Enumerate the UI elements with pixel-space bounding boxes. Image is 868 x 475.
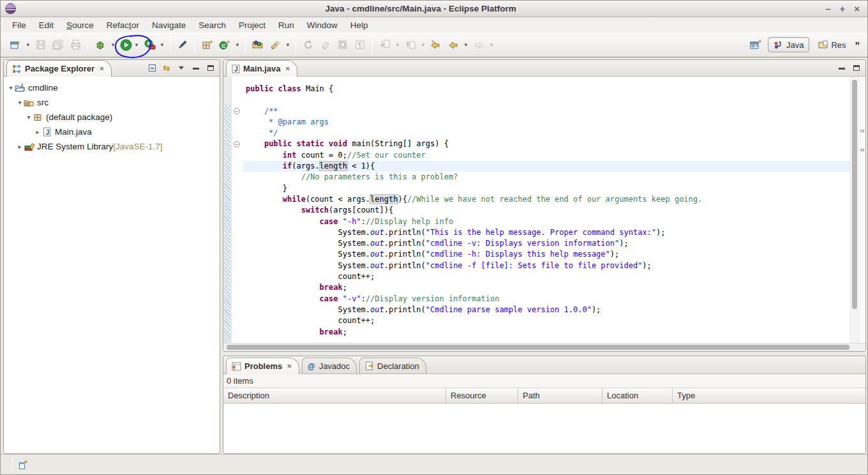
minimize-view-button[interactable]: [191, 64, 200, 73]
occurrence-marker[interactable]: [860, 149, 864, 151]
tree-item-cmdline[interactable]: ▾Jcmdline: [4, 80, 220, 95]
run-button[interactable]: [118, 37, 133, 52]
column-header-type[interactable]: Type: [673, 388, 865, 403]
code-line[interactable]: break;: [243, 282, 850, 293]
print-button[interactable]: [68, 37, 83, 52]
search-dropdown[interactable]: ▼: [285, 42, 291, 48]
back-button[interactable]: [445, 37, 461, 52]
save-button[interactable]: [33, 37, 49, 52]
code-line[interactable]: int count = 0;//Set our counter: [243, 150, 850, 161]
code-line[interactable]: //No parameters is this a problem?: [243, 172, 850, 183]
fold-collapse-icon[interactable]: –: [234, 141, 240, 147]
save-all-button[interactable]: [50, 37, 66, 52]
menu-project[interactable]: Project: [232, 19, 272, 32]
menu-run[interactable]: Run: [272, 19, 301, 32]
perspective-java-button[interactable]: J Java: [768, 37, 809, 52]
tree-item-main-java[interactable]: ▸JMain.java: [4, 124, 220, 139]
annotation-ruler[interactable]: [223, 77, 232, 343]
menu-window[interactable]: Window: [301, 19, 344, 32]
tab-javadoc[interactable]: @Javadoc: [302, 358, 357, 373]
column-header-path[interactable]: Path: [518, 388, 602, 403]
menu-help[interactable]: Help: [344, 19, 375, 32]
debug-dropdown[interactable]: ▼: [110, 42, 116, 48]
fast-view-button[interactable]: ✦: [19, 460, 27, 469]
code-line[interactable]: break;: [243, 327, 850, 338]
run-dropdown[interactable]: ▼: [133, 42, 140, 48]
expanded-twisty[interactable]: ▾: [7, 84, 15, 91]
expanded-twisty[interactable]: ▾: [16, 99, 24, 106]
code-line[interactable]: public class Main {: [243, 84, 850, 94]
window-maximize-button[interactable]: +: [839, 4, 845, 13]
window-close-button[interactable]: ×: [854, 4, 860, 13]
code-line[interactable]: /**: [243, 106, 850, 117]
window-minimize-button[interactable]: –: [825, 4, 830, 13]
editor-horizontal-scrollbar[interactable]: [223, 343, 865, 351]
debug-button[interactable]: [93, 37, 108, 52]
view-menu-button[interactable]: [177, 64, 186, 73]
code-editor[interactable]: public class Main { /** * @param args */…: [243, 77, 850, 343]
open-type-button[interactable]: [250, 37, 266, 52]
perspective-resource-button[interactable]: Res: [813, 38, 851, 52]
menu-file[interactable]: File: [6, 19, 33, 32]
code-line[interactable]: switch(args[count]){: [243, 205, 850, 216]
menu-source[interactable]: Source: [60, 19, 100, 32]
expanded-twisty[interactable]: ▾: [25, 114, 33, 121]
boxed-text-button[interactable]: [335, 37, 350, 52]
minimize-editor-button[interactable]: [837, 64, 846, 73]
code-line[interactable]: case "-v"://Display version information: [243, 294, 850, 305]
folding-ruler[interactable]: ––: [232, 77, 243, 343]
tree-item--default-package-[interactable]: ▾(default package): [4, 110, 220, 124]
code-line[interactable]: count++;: [243, 271, 850, 282]
menu-search[interactable]: Search: [192, 19, 232, 32]
maximize-editor-button[interactable]: [852, 64, 861, 73]
forward-dropdown[interactable]: ▼: [488, 42, 495, 48]
new-wizard-button[interactable]: ✦: [8, 37, 23, 52]
code-line[interactable]: [243, 94, 850, 105]
link-with-editor-button[interactable]: ⇆: [162, 64, 171, 73]
close-icon[interactable]: ✕: [285, 65, 290, 72]
menu-edit[interactable]: Edit: [33, 19, 60, 32]
run-external-tools-button[interactable]: [142, 37, 157, 52]
collapsed-twisty[interactable]: ▸: [34, 128, 41, 135]
editor-vertical-scrollbar[interactable]: [850, 77, 858, 343]
collapse-all-button[interactable]: [147, 64, 156, 73]
code-line[interactable]: case "-h"://Display help info: [243, 216, 850, 227]
code-line[interactable]: while(count < args.length){//While we ha…: [243, 194, 850, 205]
back-dropdown[interactable]: ▼: [463, 42, 469, 48]
tab-main-java[interactable]: J Main.java ✕: [226, 60, 297, 77]
next-annotation-button[interactable]: [377, 37, 393, 52]
code-line[interactable]: public static void main(String[] args) {: [243, 139, 850, 149]
overview-ruler[interactable]: [858, 77, 865, 343]
refresh-button[interactable]: [301, 37, 316, 52]
new-wizard-dropdown[interactable]: ▼: [25, 42, 31, 48]
code-line[interactable]: }: [243, 183, 850, 194]
tab-problems[interactable]: Problems✕: [226, 358, 299, 374]
close-icon[interactable]: ✕: [287, 363, 292, 370]
menu-navigate[interactable]: Navigate: [146, 19, 192, 32]
column-header-location[interactable]: Location: [602, 388, 673, 403]
occurrence-marker[interactable]: [860, 130, 864, 132]
tab-declaration[interactable]: Declaration: [359, 358, 426, 373]
tree-item-src[interactable]: ▾src: [4, 95, 220, 110]
new-class-dropdown[interactable]: ▼: [234, 42, 241, 48]
code-line[interactable]: System.out.println("cmdline -h: Displays…: [243, 249, 850, 260]
code-line[interactable]: */: [243, 128, 850, 139]
external-tools-dropdown[interactable]: ▼: [159, 42, 165, 48]
tab-package-explorer[interactable]: Package Explorer ✕: [6, 60, 112, 77]
tree-item-jre-system-library[interactable]: ▸JRE System Library [JavaSE-1.7]: [4, 139, 220, 154]
code-line[interactable]: * @param args: [243, 117, 850, 128]
previous-annotation-button[interactable]: [403, 37, 418, 52]
collapsed-twisty[interactable]: ▸: [16, 143, 24, 150]
forward-button[interactable]: [471, 37, 486, 52]
menu-refactor[interactable]: Refactor: [100, 19, 146, 32]
eraser-button[interactable]: [318, 37, 333, 52]
maximize-view-button[interactable]: [206, 64, 215, 73]
code-line[interactable]: System.out.println("cmdline -v: Displays…: [243, 238, 850, 249]
close-icon[interactable]: ✕: [99, 65, 104, 72]
column-header-resource[interactable]: Resource: [446, 388, 518, 403]
new-java-project-button[interactable]: ✦: [200, 37, 215, 52]
code-line-current[interactable]: if(args.length < 1){: [243, 161, 850, 172]
next-annotation-dropdown[interactable]: ▼: [394, 42, 401, 48]
code-line[interactable]: count++;: [243, 315, 850, 326]
pencil-button[interactable]: [175, 37, 190, 52]
